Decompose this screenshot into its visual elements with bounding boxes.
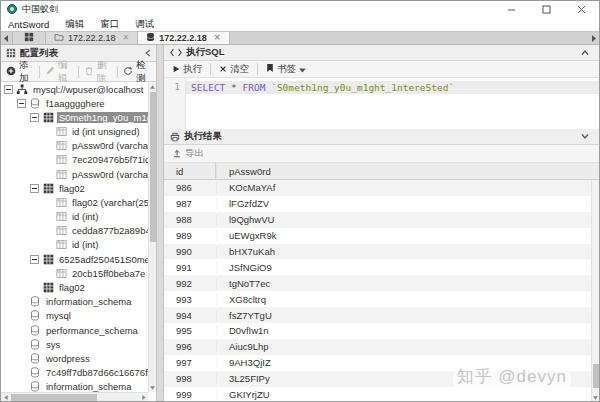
- upload-icon: [172, 148, 182, 160]
- bookmark-button[interactable]: 书签: [258, 61, 314, 77]
- tab-scroll-left-icon[interactable]: [1, 32, 12, 44]
- tree-item[interactable]: id (int): [1, 210, 148, 224]
- expand-toggle-icon[interactable]: [30, 113, 39, 122]
- expand-toggle-icon[interactable]: [17, 99, 26, 108]
- chevron-up-icon[interactable]: [581, 50, 589, 55]
- tree-item[interactable]: pAssw0rd (varchar(100)): [1, 167, 148, 181]
- edit-button[interactable]: 编辑: [40, 62, 78, 81]
- expand-toggle-icon[interactable]: [30, 255, 39, 264]
- delete-button[interactable]: 删除: [79, 62, 117, 81]
- tree-item[interactable]: 7ec209476b5f71id (int unsi: [1, 153, 148, 167]
- result-table-header: id pAssw0rd: [164, 163, 599, 180]
- table-row[interactable]: 994fsZ7YTgU: [164, 307, 599, 323]
- column-header-password[interactable]: pAssw0rd: [216, 166, 599, 177]
- table-row[interactable]: 988l9QghwVU: [164, 212, 599, 228]
- execute-button-label: 执行: [183, 63, 202, 76]
- main-area: 配置列表 添加 编辑 删除: [1, 45, 599, 401]
- tree-item[interactable]: information_schema: [1, 295, 148, 309]
- code-area[interactable]: SELECT * FROM `S0meth1ng_y0u_m1ght_1nter…: [186, 78, 599, 129]
- tree-item[interactable]: flag02: [1, 181, 148, 195]
- database-icon: [29, 296, 41, 308]
- tree-horizontal-scrollbar[interactable]: [1, 392, 148, 401]
- column-icon: [55, 126, 67, 138]
- tree-item[interactable]: sys: [1, 337, 148, 351]
- table-row[interactable]: 995D0vfIw1n: [164, 323, 599, 339]
- tree-item[interactable]: mysql: [1, 309, 148, 323]
- tab-files[interactable]: 172.22.2.18 ✕: [46, 32, 138, 44]
- table-row[interactable]: 989uEWgxR9k: [164, 228, 599, 244]
- trash-icon: [84, 66, 94, 78]
- chevron-down-icon[interactable]: [581, 134, 589, 139]
- tree-item[interactable]: id (int unsigned): [1, 125, 148, 139]
- cell-id: 990: [164, 246, 216, 257]
- column-icon: [55, 168, 67, 180]
- collapse-panel-icon[interactable]: [145, 49, 151, 57]
- table-row[interactable]: 987lFGzfdZV: [164, 196, 599, 212]
- tree-item[interactable]: performance_schema: [1, 323, 148, 337]
- panel-splitter[interactable]: [156, 45, 164, 401]
- scroll-thumb[interactable]: [593, 364, 599, 388]
- scroll-thumb[interactable]: [150, 92, 156, 242]
- tree-vertical-scrollbar[interactable]: [148, 82, 156, 392]
- tree-item[interactable]: f1aagggghere: [1, 96, 148, 110]
- toggle-spacer: [17, 326, 26, 335]
- menu-debug[interactable]: 调试: [127, 18, 162, 31]
- tree-item[interactable]: wordpress: [1, 351, 148, 365]
- tree-item[interactable]: mysql://wpuser@localhost: [1, 82, 148, 96]
- tree-item[interactable]: 6525adf250451S0meth1ng_y0: [1, 252, 148, 266]
- tab-database[interactable]: 172.22.2.18 ✕: [138, 32, 229, 44]
- result-vertical-scrollbar[interactable]: [591, 180, 599, 401]
- scroll-up-icon[interactable]: [149, 82, 156, 91]
- column-header-id[interactable]: id: [164, 163, 216, 179]
- export-button[interactable]: 导出: [164, 145, 212, 162]
- tree-item-label: information_schema: [44, 381, 134, 392]
- menu-edit[interactable]: 编辑: [57, 18, 92, 31]
- scroll-thumb[interactable]: [11, 394, 97, 401]
- execute-button[interactable]: 执行: [164, 61, 210, 77]
- close-tab-icon[interactable]: ✕: [214, 34, 221, 42]
- table-row[interactable]: 993XG8cltrq: [164, 291, 599, 307]
- table-row[interactable]: 986KOcMaYAf: [164, 180, 599, 196]
- table-row[interactable]: 990bHX7uKah: [164, 244, 599, 260]
- window-title: 中国蚁剑: [22, 3, 58, 16]
- minimize-button[interactable]: [494, 1, 529, 17]
- tree-item[interactable]: id (int): [1, 238, 148, 252]
- clear-button[interactable]: 清空: [211, 61, 257, 77]
- sql-editor[interactable]: 1 SELECT * FROM `S0meth1ng_y0u_m1ght_1nt…: [164, 78, 599, 129]
- tree-item[interactable]: 20cb15ff0beba7e: [1, 266, 148, 280]
- tree-item[interactable]: information_schema: [1, 380, 148, 392]
- tab-home[interactable]: [12, 32, 46, 44]
- tree-item[interactable]: cedda877b2a89b43flag02 (: [1, 224, 148, 238]
- tab-scroll-right-icon[interactable]: [587, 32, 599, 44]
- tree-item[interactable]: 7c49ff7db87d66c16676f1aaggggh: [1, 365, 148, 379]
- column-icon: [55, 140, 67, 152]
- cell-password: JSfNGiO9: [216, 262, 599, 273]
- tab-label: 172.22.2.18: [68, 33, 116, 43]
- table-row[interactable]: 996Aiuc9Lhp: [164, 339, 599, 355]
- sql-code-line[interactable]: SELECT * FROM `S0meth1ng_y0u_m1ght_1nter…: [186, 81, 599, 94]
- close-button[interactable]: [564, 1, 599, 17]
- toggle-spacer: [17, 297, 26, 306]
- menu-antsword[interactable]: AntSword: [1, 19, 57, 30]
- scroll-left-icon[interactable]: [1, 395, 10, 400]
- tree-item[interactable]: pAssw0rd (varchar(100)): [1, 139, 148, 153]
- column-icon: [55, 211, 67, 223]
- scroll-down-icon[interactable]: [592, 396, 599, 400]
- table-row[interactable]: 992tgNoT7ec: [164, 275, 599, 291]
- menu-window[interactable]: 窗口: [92, 18, 127, 31]
- close-tab-icon[interactable]: ✕: [123, 34, 130, 42]
- tree-item[interactable]: flag02: [1, 280, 148, 294]
- scroll-right-icon[interactable]: [139, 395, 148, 400]
- caret-down-icon: [299, 64, 306, 75]
- scroll-down-icon[interactable]: [149, 383, 156, 392]
- maximize-button[interactable]: [529, 1, 564, 17]
- tree-item[interactable]: flag02 (varchar(255)): [1, 195, 148, 209]
- tree-item[interactable]: S0meth1ng_y0u_m1ght_1nter: [1, 110, 148, 124]
- expand-toggle-icon[interactable]: [4, 85, 13, 94]
- table-row[interactable]: 991JSfNGiO9: [164, 259, 599, 275]
- add-button[interactable]: 添加: [1, 62, 39, 81]
- check-button[interactable]: 检测: [118, 62, 156, 81]
- expand-toggle-icon[interactable]: [30, 184, 39, 193]
- toggle-spacer: [17, 368, 26, 377]
- result-toolbar: 导出: [164, 145, 599, 163]
